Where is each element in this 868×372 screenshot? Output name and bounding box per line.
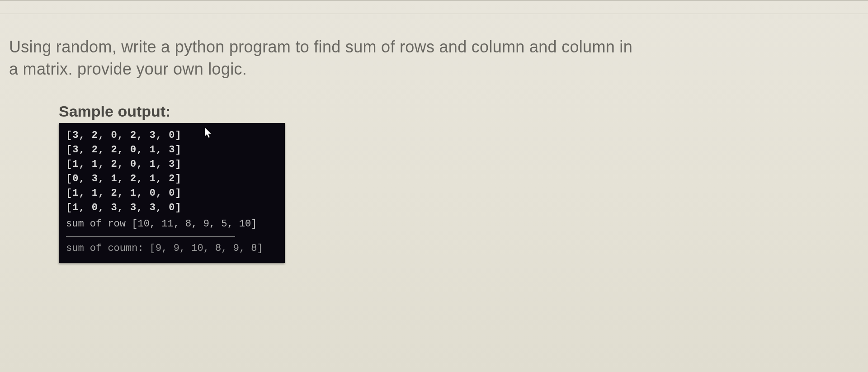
matrix-row: [1, 1, 2, 0, 1, 3] xyxy=(66,157,278,172)
page-content: Using random, write a python program to … xyxy=(0,0,868,272)
sample-output-section: Sample output: [3, 2, 0, 2, 3, 0] [3, 2,… xyxy=(59,103,859,263)
console-divider xyxy=(66,236,235,237)
console-output: [3, 2, 0, 2, 3, 0] [3, 2, 2, 0, 1, 3] [1… xyxy=(59,123,285,263)
column-sum-line: sum of coumn: [9, 9, 10, 8, 9, 8] xyxy=(66,241,278,256)
column-sum-label: sum of coumn: xyxy=(66,243,144,254)
question-line-1: Using random, write a python program to … xyxy=(9,38,632,56)
matrix-row: [3, 2, 2, 0, 1, 3] xyxy=(66,143,278,157)
matrix-row: [1, 1, 2, 1, 0, 0] xyxy=(66,186,278,201)
question-prompt: Using random, write a python program to … xyxy=(9,36,859,80)
matrix-row: [1, 0, 3, 3, 3, 0] xyxy=(66,201,278,215)
matrix-row: [3, 2, 0, 2, 3, 0] xyxy=(66,128,278,143)
row-sum-values: [10, 11, 8, 9, 5, 10] xyxy=(132,218,257,230)
sample-output-label: Sample output: xyxy=(59,103,859,120)
row-sum-label: sum of row xyxy=(66,218,126,230)
row-sum-line: sum of row [10, 11, 8, 9, 5, 10] xyxy=(66,217,278,231)
column-sum-values: [9, 9, 10, 8, 9, 8] xyxy=(150,243,263,254)
matrix-row: [0, 3, 1, 2, 1, 2] xyxy=(66,172,278,186)
question-line-2: a matrix. provide your own logic. xyxy=(9,60,247,78)
